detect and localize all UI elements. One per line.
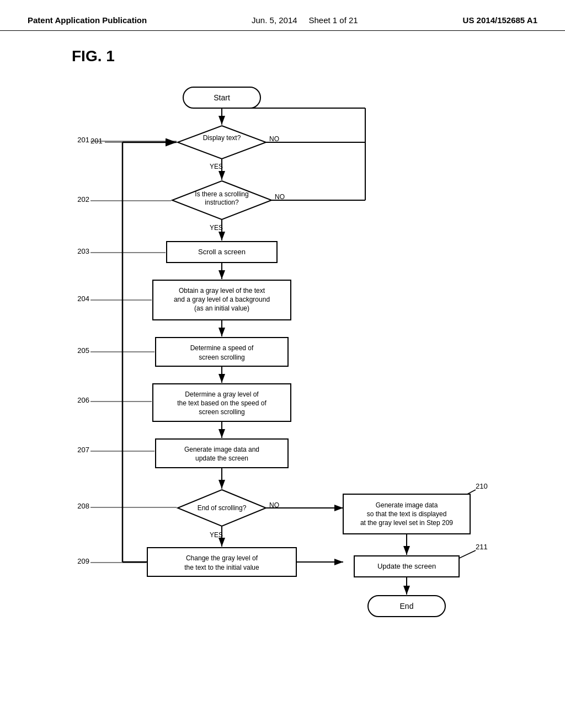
svg-marker-5	[178, 126, 266, 159]
svg-text:so that the text is displayed: so that the text is displayed	[367, 510, 447, 518]
svg-text:Start: Start	[214, 93, 230, 102]
svg-text:205: 205	[77, 346, 89, 355]
svg-text:Obtain a gray level of the tex: Obtain a gray level of the text	[179, 287, 265, 295]
flowchart-svg: Start Display text? NO YES Is there a sc…	[34, 76, 531, 683]
svg-rect-24	[156, 338, 288, 366]
svg-text:211: 211	[476, 543, 488, 551]
page-header: Patent Application Publication Jun. 5, 2…	[0, 0, 565, 31]
svg-text:screen scrolling: screen scrolling	[199, 408, 244, 416]
svg-text:Determine a speed of: Determine a speed of	[190, 344, 254, 352]
svg-text:208: 208	[77, 502, 89, 510]
svg-text:Determine a gray level of: Determine a gray level of	[185, 390, 259, 398]
header-center-info: Jun. 5, 2014 Sheet 1 of 21	[252, 15, 358, 25]
header-publication-label: Patent Application Publication	[28, 15, 147, 25]
svg-text:207: 207	[77, 446, 89, 454]
svg-text:NO: NO	[275, 193, 285, 201]
svg-text:End of scrolling?: End of scrolling?	[198, 504, 247, 512]
svg-text:and a gray level of a backgrou: and a gray level of a background	[174, 296, 270, 303]
svg-text:Update the screen: Update the screen	[377, 562, 436, 570]
svg-text:Scroll a screen: Scroll a screen	[198, 248, 246, 256]
svg-text:Is there a scrolling: Is there a scrolling	[195, 190, 248, 198]
svg-rect-33	[156, 439, 288, 468]
svg-text:204: 204	[77, 295, 89, 303]
main-content: FIG. 1 Start Display text?	[0, 31, 565, 699]
svg-text:(as an initial value): (as an initial value)	[194, 304, 249, 312]
figure-label: FIG. 1	[72, 47, 537, 65]
svg-text:209: 209	[77, 557, 89, 565]
svg-text:NO: NO	[269, 135, 279, 143]
svg-text:End: End	[400, 602, 414, 611]
svg-rect-42	[147, 548, 296, 576]
svg-text:Display text?: Display text?	[203, 134, 241, 142]
svg-text:at the gray level set in Step : at the gray level set in Step 209	[360, 519, 453, 527]
svg-text:210: 210	[476, 482, 488, 490]
header-patent-number: US 2014/152685 A1	[463, 15, 537, 25]
svg-text:201: 201	[77, 136, 89, 144]
svg-text:the text to the initial value: the text to the initial value	[184, 564, 259, 571]
svg-text:Change the gray level of: Change the gray level of	[186, 554, 258, 562]
header-date: Jun. 5, 2014	[252, 15, 297, 25]
svg-text:202: 202	[77, 195, 89, 204]
svg-text:Generate image data and: Generate image data and	[184, 446, 259, 453]
svg-text:Generate image data: Generate image data	[376, 501, 438, 509]
flowchart-diagram: Start Display text? NO YES Is there a sc…	[34, 76, 531, 683]
header-sheet: Sheet 1 of 21	[308, 15, 358, 25]
svg-text:the text based on the speed of: the text based on the speed of	[177, 399, 266, 407]
svg-text:YES: YES	[210, 531, 223, 539]
svg-text:screen scrolling: screen scrolling	[199, 354, 244, 361]
svg-text:YES: YES	[210, 163, 223, 170]
svg-text:206: 206	[77, 396, 89, 404]
svg-text:203: 203	[77, 247, 89, 255]
svg-text:update the screen: update the screen	[195, 454, 248, 462]
svg-text:YES: YES	[210, 224, 223, 232]
svg-text:instruction?: instruction?	[205, 199, 239, 206]
